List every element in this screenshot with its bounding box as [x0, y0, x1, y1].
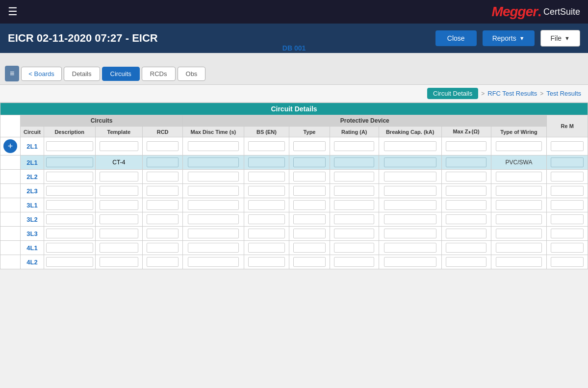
- max-zs-cell[interactable]: [441, 212, 491, 227]
- rating-cell[interactable]: [330, 137, 379, 155]
- breaking-cap-cell[interactable]: [379, 227, 441, 241]
- max-disc-cell[interactable]: [183, 198, 244, 212]
- description-input[interactable]: [46, 200, 93, 210]
- re-m-cell[interactable]: [547, 137, 588, 155]
- tab-circuits[interactable]: Circuits: [102, 67, 140, 81]
- template-input[interactable]: [100, 186, 138, 196]
- bs-en-input[interactable]: [248, 141, 285, 151]
- type-cell[interactable]: [289, 155, 330, 170]
- rcd-cell[interactable]: [143, 212, 183, 227]
- description-input[interactable]: [46, 186, 93, 196]
- description-cell[interactable]: [44, 184, 95, 198]
- type-input[interactable]: [293, 243, 326, 253]
- max-zs-input[interactable]: [446, 157, 486, 167]
- type-wiring-input[interactable]: [496, 141, 542, 151]
- max-disc-cell[interactable]: [183, 212, 244, 227]
- description-input[interactable]: [46, 157, 93, 167]
- bs-en-cell[interactable]: [244, 212, 289, 227]
- bs-en-input[interactable]: [248, 229, 285, 238]
- breaking-cap-input[interactable]: [384, 243, 436, 253]
- max-disc-input[interactable]: [188, 157, 239, 167]
- rating-input[interactable]: [334, 186, 374, 196]
- re-m-input[interactable]: [551, 157, 584, 167]
- rcd-cell[interactable]: [143, 198, 183, 212]
- description-cell[interactable]: [44, 255, 95, 269]
- max-disc-cell[interactable]: [183, 227, 244, 241]
- re-m-input[interactable]: [551, 229, 584, 238]
- rcd-input[interactable]: [147, 157, 179, 167]
- breadcrumb-test-results[interactable]: Test Results: [546, 90, 581, 97]
- max-zs-input[interactable]: [446, 257, 486, 267]
- description-cell[interactable]: [44, 170, 95, 184]
- max-zs-input[interactable]: [446, 141, 486, 151]
- type-cell[interactable]: [289, 255, 330, 269]
- bs-en-cell[interactable]: [244, 198, 289, 212]
- rating-cell[interactable]: [330, 212, 379, 227]
- type-wiring-input[interactable]: [496, 243, 542, 253]
- breadcrumb-rfc-test-results[interactable]: RFC Test Results: [487, 90, 537, 97]
- breaking-cap-input[interactable]: [384, 157, 436, 167]
- max-zs-cell[interactable]: [441, 227, 491, 241]
- template-input[interactable]: [100, 214, 138, 224]
- max-disc-cell[interactable]: [183, 170, 244, 184]
- bs-en-input[interactable]: [248, 257, 285, 267]
- template-input[interactable]: [100, 200, 138, 210]
- type-wiring-input[interactable]: [496, 172, 542, 181]
- rcd-cell[interactable]: [143, 137, 183, 155]
- rating-input[interactable]: [334, 229, 374, 238]
- rating-input[interactable]: [334, 214, 374, 224]
- type-cell[interactable]: [289, 241, 330, 255]
- type-input[interactable]: [293, 229, 326, 238]
- type-wiring-input[interactable]: [496, 186, 542, 196]
- rating-cell[interactable]: [330, 170, 379, 184]
- breaking-cap-cell[interactable]: [379, 241, 441, 255]
- max-zs-cell[interactable]: [441, 137, 491, 155]
- max-disc-input[interactable]: [188, 257, 239, 267]
- bs-en-input[interactable]: [248, 214, 285, 224]
- breaking-cap-input[interactable]: [384, 214, 436, 224]
- max-zs-cell[interactable]: [441, 184, 491, 198]
- max-disc-input[interactable]: [188, 243, 239, 253]
- breaking-cap-cell[interactable]: [379, 137, 441, 155]
- rcd-input[interactable]: [147, 141, 179, 151]
- description-cell[interactable]: [44, 227, 95, 241]
- rcd-cell[interactable]: [143, 170, 183, 184]
- re-m-cell[interactable]: [547, 198, 588, 212]
- type-wiring-input[interactable]: [496, 214, 542, 224]
- bs-en-cell[interactable]: [244, 155, 289, 170]
- re-m-cell[interactable]: [547, 170, 588, 184]
- tab-obs[interactable]: Obs: [178, 67, 206, 81]
- type-input[interactable]: [293, 141, 326, 151]
- bs-en-input[interactable]: [248, 200, 285, 210]
- type-wiring-input[interactable]: [496, 229, 542, 238]
- max-zs-input[interactable]: [446, 214, 486, 224]
- breaking-cap-input[interactable]: [384, 200, 436, 210]
- rcd-input[interactable]: [147, 229, 179, 238]
- rcd-cell[interactable]: [143, 184, 183, 198]
- description-cell[interactable]: [44, 198, 95, 212]
- re-m-input[interactable]: [551, 243, 584, 253]
- bs-en-input[interactable]: [248, 186, 285, 196]
- re-m-cell[interactable]: [547, 212, 588, 227]
- description-input[interactable]: [46, 214, 93, 224]
- template-input[interactable]: [100, 257, 138, 267]
- max-zs-input[interactable]: [446, 200, 486, 210]
- description-cell[interactable]: [44, 137, 95, 155]
- rating-cell[interactable]: [330, 184, 379, 198]
- bs-en-cell[interactable]: [244, 241, 289, 255]
- re-m-cell[interactable]: [547, 155, 588, 170]
- max-zs-cell[interactable]: [441, 241, 491, 255]
- re-m-input[interactable]: [551, 214, 584, 224]
- breaking-cap-cell[interactable]: [379, 212, 441, 227]
- rcd-input[interactable]: [147, 243, 179, 253]
- rating-input[interactable]: [334, 200, 374, 210]
- rating-cell[interactable]: [330, 198, 379, 212]
- tab-rcds[interactable]: RCDs: [142, 67, 176, 81]
- rating-cell[interactable]: [330, 241, 379, 255]
- max-zs-input[interactable]: [446, 186, 486, 196]
- max-disc-cell[interactable]: [183, 241, 244, 255]
- max-disc-cell[interactable]: [183, 255, 244, 269]
- max-zs-cell[interactable]: [441, 198, 491, 212]
- rcd-cell[interactable]: [143, 241, 183, 255]
- breaking-cap-input[interactable]: [384, 229, 436, 238]
